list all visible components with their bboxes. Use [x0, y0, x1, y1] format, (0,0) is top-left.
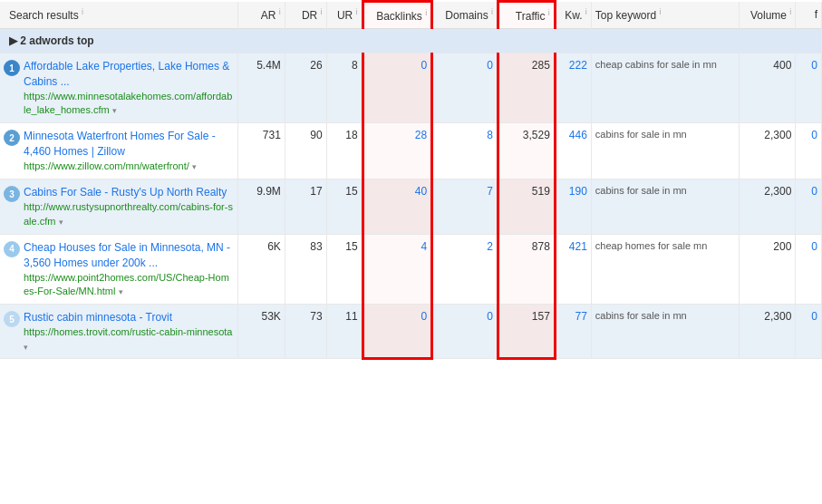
- col-header-traffic: Traffic i: [498, 2, 555, 29]
- dropdown-arrow-icon[interactable]: ▾: [119, 287, 123, 296]
- traffic-value: 285: [498, 53, 555, 123]
- result-cell: 3 Cabins For Sale - Rusty's Up North Rea…: [0, 179, 238, 235]
- table-row: 5 Rustic cabin minnesota - Trovit https:…: [0, 305, 822, 358]
- col-header-volume: Volume i: [740, 2, 796, 29]
- result-title[interactable]: Cabins For Sale - Rusty's Up North Realt…: [24, 186, 227, 199]
- top-keyword-value: cabins for sale in mn: [591, 123, 739, 179]
- result-title[interactable]: Rustic cabin minnesota - Trovit: [24, 311, 172, 324]
- table-row: 1 Affordable Lake Properties, Lake Homes…: [0, 53, 822, 123]
- search-results-table: Search results i AR i DR i UR i Backlink…: [0, 0, 822, 360]
- domains-value: 7: [432, 179, 498, 235]
- dropdown-arrow-icon[interactable]: ▾: [59, 218, 63, 227]
- result-url: https://www.minnesotalakehomes.com/affor…: [24, 91, 232, 115]
- adwords-label: ▶ 2 adwords top: [9, 34, 94, 47]
- volume-value: 200: [740, 234, 796, 304]
- result-cell: 4 Cheap Houses for Sale in Minnesota, MN…: [0, 234, 238, 304]
- kw-value: 421: [555, 234, 591, 304]
- dropdown-arrow-icon[interactable]: ▾: [112, 106, 117, 115]
- dr-value: 17: [285, 179, 326, 235]
- top-keyword-value: cabins for sale in mn: [591, 179, 739, 235]
- backlinks-value: 40: [363, 179, 432, 235]
- result-url: http://www.rustysupnorthrealty.com/cabin…: [24, 201, 233, 226]
- ur-value: 18: [326, 123, 363, 179]
- dropdown-arrow-icon[interactable]: ▾: [192, 162, 197, 171]
- volume-value: 2,300: [740, 123, 796, 179]
- col-header-ar: AR i: [238, 2, 285, 29]
- col-header-f: f: [796, 2, 822, 29]
- result-cell: 2 Minnesota Waterfront Homes For Sale - …: [0, 123, 238, 179]
- ar-value: 5.4M: [238, 53, 285, 123]
- col-header-top-keyword: Top keyword i: [591, 2, 739, 29]
- ar-value: 731: [238, 123, 285, 179]
- domains-value: 0: [432, 53, 498, 123]
- ur-value: 15: [326, 234, 363, 304]
- rank-badge: 4: [4, 241, 20, 257]
- dr-value: 83: [285, 234, 326, 304]
- result-title[interactable]: Cheap Houses for Sale in Minnesota, MN -…: [24, 241, 230, 269]
- result-content: Minnesota Waterfront Homes For Sale - 4,…: [24, 129, 234, 173]
- volume-value: 400: [740, 53, 796, 123]
- kw-value: 190: [555, 179, 591, 235]
- top-keyword-value: cabins for sale in mn: [591, 305, 739, 358]
- domains-value: 8: [432, 123, 498, 179]
- result-cell: 5 Rustic cabin minnesota - Trovit https:…: [0, 305, 238, 358]
- kw-value: 446: [555, 123, 591, 179]
- f-value: 0: [796, 179, 822, 235]
- search-results-label: Search results: [9, 9, 79, 22]
- result-content: Cabins For Sale - Rusty's Up North Realt…: [24, 185, 234, 228]
- result-content: Affordable Lake Properties, Lake Homes &…: [24, 59, 234, 117]
- dropdown-arrow-icon[interactable]: ▾: [24, 343, 28, 352]
- col-header-dr: DR i: [285, 2, 326, 29]
- rank-badge: 5: [4, 311, 20, 327]
- rank-badge: 1: [4, 60, 20, 76]
- result-title[interactable]: Minnesota Waterfront Homes For Sale - 4,…: [24, 130, 216, 158]
- domains-value: 0: [432, 305, 498, 358]
- volume-value: 2,300: [740, 179, 796, 235]
- kw-value: 77: [555, 305, 591, 358]
- top-keyword-value: cheap homes for sale mn: [591, 234, 739, 304]
- result-title[interactable]: Affordable Lake Properties, Lake Homes &…: [24, 60, 229, 88]
- traffic-value: 878: [498, 234, 555, 304]
- ur-value: 15: [326, 179, 363, 235]
- rank-badge: 3: [4, 186, 20, 202]
- dr-value: 26: [285, 53, 326, 123]
- result-content: Cheap Houses for Sale in Minnesota, MN -…: [24, 240, 234, 298]
- volume-value: 2,300: [740, 305, 796, 358]
- f-value: 0: [796, 53, 822, 123]
- top-keyword-value: cheap cabins for sale in mn: [591, 53, 739, 123]
- table-row: 3 Cabins For Sale - Rusty's Up North Rea…: [0, 179, 822, 235]
- dr-value: 73: [285, 305, 326, 358]
- result-cell: 1 Affordable Lake Properties, Lake Homes…: [0, 53, 238, 123]
- f-value: 0: [796, 123, 822, 179]
- f-value: 0: [796, 305, 822, 358]
- info-icon: i: [82, 7, 83, 16]
- col-header-kw: Kw. i: [555, 2, 591, 29]
- col-header-ur: UR i: [326, 2, 363, 29]
- rank-badge: 2: [4, 130, 20, 146]
- f-value: 0: [796, 234, 822, 304]
- result-url: https://www.zillow.com/mn/waterfront/: [24, 160, 189, 171]
- domains-value: 2: [432, 234, 498, 304]
- col-header-result: Search results i: [0, 2, 238, 29]
- ar-value: 6K: [238, 234, 285, 304]
- result-content: Rustic cabin minnesota - Trovit https://…: [24, 310, 234, 352]
- result-url: https://www.point2homes.com/US/Cheap-Hom…: [24, 272, 229, 296]
- backlinks-value: 0: [363, 305, 432, 358]
- table-row: 4 Cheap Houses for Sale in Minnesota, MN…: [0, 234, 822, 304]
- ar-value: 53K: [238, 305, 285, 358]
- dr-value: 90: [285, 123, 326, 179]
- ur-value: 11: [326, 305, 363, 358]
- traffic-value: 157: [498, 305, 555, 358]
- traffic-value: 3,529: [498, 123, 555, 179]
- col-header-backlinks: Backlinks i: [363, 2, 432, 29]
- ur-value: 8: [326, 53, 363, 123]
- table-row: 2 Minnesota Waterfront Homes For Sale - …: [0, 123, 822, 179]
- kw-value: 222: [555, 53, 591, 123]
- backlinks-value: 0: [363, 53, 432, 123]
- result-url: https://homes.trovit.com/rustic-cabin-mi…: [24, 326, 232, 337]
- col-header-domains: Domains i: [432, 2, 498, 29]
- backlinks-value: 4: [363, 234, 432, 304]
- backlinks-value: 28: [363, 123, 432, 179]
- traffic-value: 519: [498, 179, 555, 235]
- adwords-row: ▶ 2 adwords top: [0, 29, 822, 53]
